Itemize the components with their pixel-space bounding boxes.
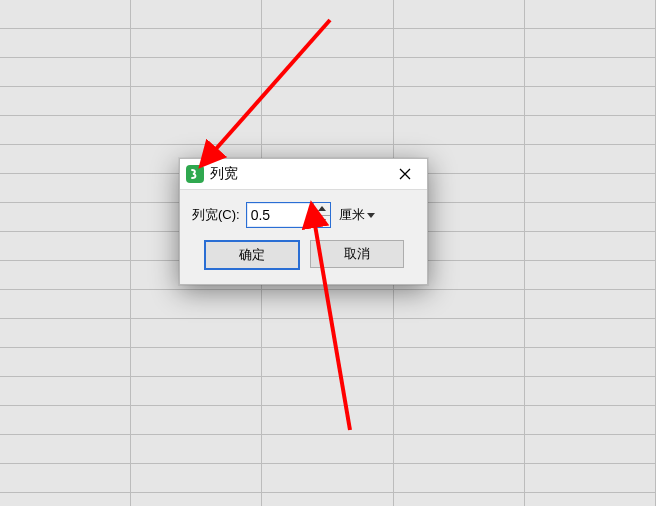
column-width-spinner[interactable]	[246, 202, 331, 228]
spreadsheet-cell[interactable]	[262, 0, 393, 28]
spreadsheet-cell[interactable]	[394, 0, 525, 28]
spreadsheet-cell[interactable]	[525, 58, 656, 86]
spreadsheet-cell[interactable]	[525, 348, 656, 376]
spreadsheet-cell[interactable]	[525, 319, 656, 347]
spreadsheet-cell[interactable]	[131, 87, 262, 115]
spreadsheet-cell[interactable]	[0, 145, 131, 173]
close-icon	[399, 168, 411, 180]
spreadsheet-cell[interactable]	[525, 377, 656, 405]
spreadsheet-cell[interactable]	[394, 493, 525, 506]
spreadsheet-cell[interactable]	[0, 319, 131, 347]
spreadsheet-cell[interactable]	[262, 348, 393, 376]
spreadsheet-cell[interactable]	[525, 406, 656, 434]
spreadsheet-cell[interactable]	[525, 145, 656, 173]
spinner-buttons	[313, 203, 330, 227]
spreadsheet-cell[interactable]	[525, 232, 656, 260]
spreadsheet-cell[interactable]	[394, 290, 525, 318]
chevron-down-icon	[367, 213, 375, 218]
spreadsheet-cell[interactable]	[0, 174, 131, 202]
spreadsheet-cell[interactable]	[131, 348, 262, 376]
spreadsheet-cell[interactable]	[262, 435, 393, 463]
spreadsheet-cell[interactable]	[525, 493, 656, 506]
spin-down-button[interactable]	[314, 215, 330, 228]
close-button[interactable]	[385, 160, 425, 188]
column-width-input[interactable]	[247, 203, 313, 227]
spreadsheet-cell[interactable]	[525, 0, 656, 28]
spin-up-button[interactable]	[314, 203, 330, 215]
spreadsheet-cell[interactable]	[131, 58, 262, 86]
unit-dropdown[interactable]: 厘米	[337, 206, 377, 224]
spreadsheet-cell[interactable]	[394, 348, 525, 376]
spreadsheet-cell[interactable]	[0, 232, 131, 260]
spreadsheet-cell[interactable]	[394, 58, 525, 86]
spreadsheet-cell[interactable]	[131, 435, 262, 463]
spreadsheet-cell[interactable]	[525, 116, 656, 144]
spreadsheet-cell[interactable]	[0, 406, 131, 434]
spreadsheet-cell[interactable]	[0, 290, 131, 318]
spreadsheet-cell[interactable]	[262, 464, 393, 492]
spreadsheet-cell[interactable]	[0, 377, 131, 405]
spreadsheet-cell[interactable]	[0, 87, 131, 115]
spreadsheet-cell[interactable]	[131, 493, 262, 506]
cancel-button[interactable]: 取消	[310, 240, 404, 268]
spreadsheet-cell[interactable]	[0, 435, 131, 463]
spreadsheet-cell[interactable]	[394, 87, 525, 115]
spreadsheet-cell[interactable]	[525, 261, 656, 289]
spreadsheet-cell[interactable]	[131, 290, 262, 318]
spreadsheet-cell[interactable]	[0, 29, 131, 57]
spreadsheet-cell[interactable]	[394, 319, 525, 347]
spreadsheet-cell[interactable]	[131, 29, 262, 57]
spreadsheet-cell[interactable]	[131, 0, 262, 28]
spreadsheet-cell[interactable]	[0, 58, 131, 86]
spreadsheet-cell[interactable]	[0, 0, 131, 28]
spreadsheet-cell[interactable]	[262, 406, 393, 434]
spreadsheet-cell[interactable]	[525, 203, 656, 231]
chevron-down-icon	[318, 219, 326, 224]
spreadsheet-cell[interactable]	[0, 348, 131, 376]
dialog-titlebar[interactable]: 列宽	[180, 159, 427, 190]
spreadsheet-cell[interactable]	[262, 116, 393, 144]
spreadsheet-cell[interactable]	[0, 203, 131, 231]
spreadsheet-cell[interactable]	[131, 319, 262, 347]
spreadsheet-cell[interactable]	[394, 29, 525, 57]
spreadsheet-cell[interactable]	[525, 290, 656, 318]
spreadsheet-cell[interactable]	[0, 261, 131, 289]
spreadsheet-cell[interactable]	[394, 377, 525, 405]
ok-button[interactable]: 确定	[204, 240, 300, 270]
spreadsheet-cell[interactable]	[525, 174, 656, 202]
spreadsheet-cell[interactable]	[262, 87, 393, 115]
spreadsheet-cell[interactable]	[525, 435, 656, 463]
ok-button-label: 确定	[239, 246, 265, 264]
spreadsheet-cell[interactable]	[131, 116, 262, 144]
cancel-button-label: 取消	[344, 245, 370, 263]
spreadsheet-cell[interactable]	[131, 406, 262, 434]
spreadsheet-cell[interactable]	[131, 377, 262, 405]
dialog-button-row: 确定 取消	[180, 232, 427, 284]
dialog-title: 列宽	[210, 165, 385, 183]
spreadsheet-cell[interactable]	[394, 116, 525, 144]
spreadsheet-cell[interactable]	[262, 319, 393, 347]
spreadsheet-cell[interactable]	[0, 116, 131, 144]
spreadsheet-cell[interactable]	[262, 493, 393, 506]
spreadsheet-cell[interactable]	[131, 464, 262, 492]
spreadsheet-cell[interactable]	[394, 435, 525, 463]
spreadsheet-cell[interactable]	[394, 406, 525, 434]
spreadsheet-cell[interactable]	[262, 29, 393, 57]
column-width-label: 列宽(C):	[192, 206, 240, 224]
spreadsheet-cell[interactable]	[262, 377, 393, 405]
spreadsheet-cell[interactable]	[525, 87, 656, 115]
spreadsheet-cell[interactable]	[262, 58, 393, 86]
column-width-dialog: 列宽 列宽(C):	[179, 158, 428, 285]
unit-label: 厘米	[339, 206, 365, 224]
dialog-body: 列宽(C): 厘米	[180, 190, 427, 232]
spreadsheet-cell[interactable]	[0, 464, 131, 492]
spreadsheet-cell[interactable]	[525, 29, 656, 57]
chevron-up-icon	[318, 206, 326, 211]
spreadsheet-cell[interactable]	[262, 290, 393, 318]
spreadsheet-cell[interactable]	[525, 464, 656, 492]
spreadsheet-cell[interactable]	[394, 464, 525, 492]
spreadsheet-app-icon	[186, 165, 204, 183]
spreadsheet-cell[interactable]	[0, 493, 131, 506]
